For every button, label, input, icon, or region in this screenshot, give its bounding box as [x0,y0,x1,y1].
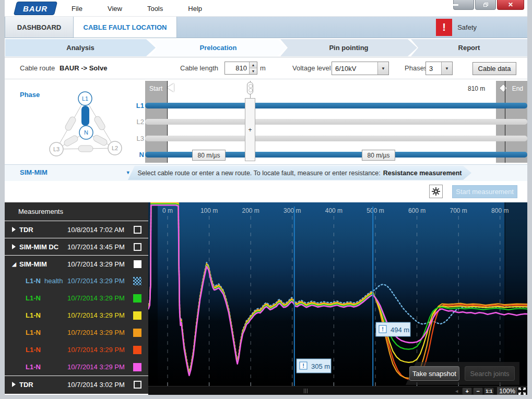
cable-bar-l1[interactable] [145,103,527,108]
menu-tools[interactable]: Tools [135,5,175,13]
velocity-box-2[interactable]: 80 m/µs [362,150,395,161]
trace-label: L1-N [26,311,41,319]
mode-select[interactable]: SIM-MIM ▼ [20,168,131,176]
phase-selected-pill[interactable] [81,106,89,126]
spinner-up-icon[interactable]: ▲ [250,62,257,68]
spinner-down-icon[interactable]: ▼ [250,68,257,74]
gear-icon [432,187,440,196]
tab-dashboard[interactable]: DASHBOARD [5,17,74,38]
fullscreen-button[interactable] [518,388,526,395]
trace-color-swatch[interactable] [133,277,141,285]
trace-color-swatch[interactable] [133,363,141,371]
measurement-group-row[interactable]: TDR10/7/2014 3:02 PM [5,376,148,393]
trace-color-swatch[interactable] [133,346,141,354]
take-snapshot-button[interactable]: Take snapshot [409,366,459,381]
voltage-level-select[interactable]: 6/10kV ▼ [332,62,389,75]
wizard-step-pin-pointing[interactable]: Pin pointing [280,39,417,56]
instruction-text: Select cable route or enter a new route.… [137,170,380,177]
menu-help[interactable]: Help [175,5,215,13]
cable-length-label: Cable length [180,64,218,72]
phase-selector-diagram[interactable]: L1 N L3 L2 [20,79,140,163]
axis-tick-label: 700 m [450,207,467,214]
distance-cursor-label[interactable]: !494 m [376,322,410,336]
zoom-out-button[interactable]: − [473,388,483,395]
tab-cable-fault-location[interactable]: CABLE FAULT LOCATION [74,17,177,38]
measurement-checkbox[interactable] [134,381,141,389]
measurement-trace-row[interactable]: L1-N10/7/2014 3:29 PM [5,307,148,324]
menu-bar: FileViewToolsHelp [59,0,215,17]
menu-file[interactable]: File [59,5,95,13]
trace-color-swatch[interactable] [133,294,141,303]
end-label: End [512,85,523,92]
chart-horizontal-scrollbar[interactable]: ◄ + − 1:1 100% [148,386,527,395]
measurements-header: Measurements [5,202,148,221]
tree-collapsed-icon[interactable] [12,244,16,249]
trace-plot[interactable]: 0 m100 m200 m300 m400 m500 m600 m700 m80… [148,202,527,386]
cursor-distance-value: 305 m [311,362,330,370]
measurement-trace-row[interactable]: L1-Nhealth10/7/2014 3:29 PM [5,272,148,289]
main-tab-strip: DASHBOARD CABLE FAULT LOCATION ! Safety [5,17,527,38]
scroll-left-icon[interactable]: ◄ [454,389,459,394]
tree-expanded-icon[interactable]: ◢ [10,261,18,267]
trace-chart[interactable]: 0 m100 m200 m300 m400 m500 m600 m700 m80… [148,202,527,395]
settings-button[interactable] [429,185,443,198]
velocity-box-1[interactable]: 80 m/µs [192,150,226,161]
wizard-step-analysis[interactable]: Analysis [5,39,156,56]
measurement-checkbox[interactable] [134,260,141,268]
measurement-trace-row[interactable]: L1-N10/7/2014 3:29 PM [5,324,148,341]
measurement-trace-row[interactable]: L1-N10/7/2014 3:29 PM [5,289,148,307]
close-button[interactable]: ✕ [497,0,524,10]
distance-cursor-label[interactable]: !305 m [297,359,331,373]
trace-date: 10/7/2014 3:29 PM [67,311,125,319]
measurement-group-row[interactable]: TDR10/8/2014 7:02 AM [5,221,148,238]
wizard-step-prelocation[interactable]: Prelocation [150,39,287,56]
measurement-checkbox[interactable] [134,243,141,251]
measurement-trace-row[interactable]: L1-N10/7/2014 3:29 PM [5,341,148,358]
cable-bar-l2[interactable] [145,119,527,125]
axis-tick-label: 0 m [162,207,173,214]
zoom-one-to-one-button[interactable]: 1:1 [484,388,494,395]
axis-tick-label: 400 m [325,207,342,214]
measurement-date: 10/8/2014 7:02 AM [67,226,124,234]
zoom-in-button[interactable]: + [462,388,472,395]
baur-logo-text: BAUR [23,4,48,13]
expand-icon [518,388,526,395]
menu-view[interactable]: View [95,5,135,13]
results-section: Measurements TDR10/8/2014 7:02 AMSIM-MIM… [5,202,527,395]
trace-date: 10/7/2014 3:29 PM [67,363,125,371]
tree-collapsed-icon[interactable] [12,227,16,232]
axis-tick-label: 500 m [367,207,384,214]
chevron-down-icon[interactable]: ▼ [377,62,388,75]
cable-route-view: Start 810 m End L1 L2 L3 N + 80 m/µs [145,81,527,163]
phases-value: 3 [426,62,441,75]
cable-bar-l3[interactable] [145,136,527,141]
app-window: BAUR FileViewToolsHelp ✕ DASHBOARD CABLE… [0,0,532,399]
trace-color-swatch[interactable] [133,329,141,337]
start-marker-icon[interactable] [167,83,174,92]
measurement-group-row[interactable]: SIM-MIM DC10/7/2014 3:45 PM [5,238,148,255]
chevron-down-icon[interactable]: ▼ [441,62,452,75]
joint-slider-handle[interactable] [247,82,253,94]
chart-right-margin-zone [505,202,527,386]
cable-length-spinner[interactable]: ▲ ▼ [249,62,257,74]
joint-marker[interactable]: + [245,98,255,161]
minimize-button[interactable] [453,0,474,10]
safety-alert-icon: ! [436,19,452,36]
scrollbar-grip-icon[interactable] [304,389,308,393]
tree-collapsed-icon[interactable] [12,382,16,387]
start-measurement-button[interactable]: Start measurement [452,185,517,198]
wizard-steps: AnalysisPrelocationPin pointingReport [5,38,527,57]
search-joints-button[interactable]: Search joints [465,366,515,381]
measurement-trace-row[interactable]: L1-N10/7/2014 3:29 PM [5,358,148,376]
title-bar: BAUR FileViewToolsHelp ✕ [5,0,527,17]
wizard-step-report[interactable]: Report [411,39,527,56]
cable-data-button[interactable]: Cable data [472,62,516,75]
safety-status[interactable]: ! Safety [436,19,477,36]
phases-select[interactable]: 3 ▼ [425,62,453,75]
restore-button[interactable] [475,0,496,10]
trace-color-swatch[interactable] [133,311,141,320]
measurement-checkbox[interactable] [134,226,141,234]
measurement-group-row[interactable]: ◢SIM-MIM10/7/2014 3:29 PM [5,255,148,272]
cable-length-input[interactable]: 810 ▲ ▼ [224,62,257,75]
mode-select-value: SIM-MIM [20,168,48,176]
